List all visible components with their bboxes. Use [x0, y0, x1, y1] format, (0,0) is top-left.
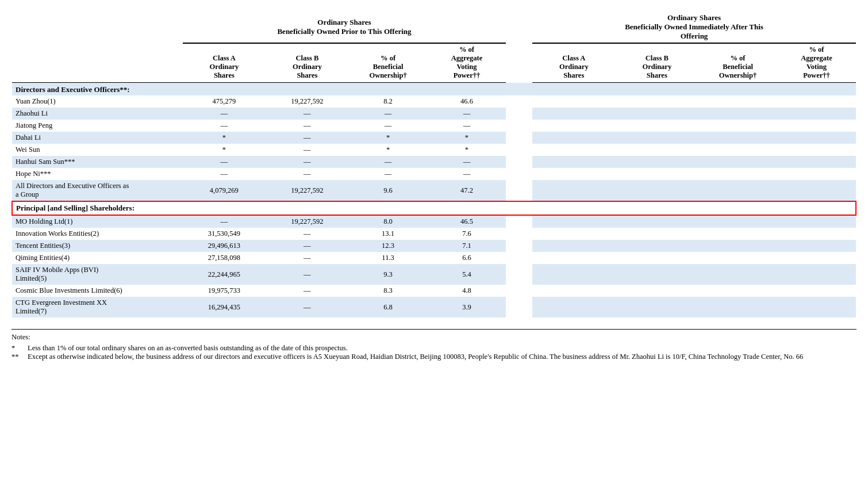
row-name: All Directors and Executive Officers asa… [12, 180, 183, 201]
gap-col [506, 168, 532, 180]
row-beneficial2 [698, 252, 777, 264]
row-class_b2 [616, 168, 699, 180]
row-aggregate2 [777, 168, 856, 180]
row-class_b: — [266, 240, 349, 252]
row-class_a: — [183, 215, 266, 228]
row-class_a: * [183, 132, 266, 144]
note-symbol: * [11, 344, 23, 353]
gap-col [506, 180, 532, 201]
gap-col [506, 132, 532, 144]
gap-col [506, 264, 532, 285]
table-row: Hanhui Sam Sun***———— [12, 156, 856, 168]
notes-section: Notes: *Less than 1% of our total ordina… [11, 329, 857, 361]
row-class_b: — [266, 108, 349, 120]
row-class_b: 19,227,592 [266, 95, 349, 108]
gap-col [506, 144, 532, 156]
row-class_a: 475,279 [183, 95, 266, 108]
row-aggregate: — [428, 156, 506, 168]
note-item: *Less than 1% of our total ordinary shar… [11, 344, 857, 353]
notes-title: Notes: [11, 333, 857, 342]
table-row: Wei Sun*—** [12, 144, 856, 156]
row-class_a: 29,496,613 [183, 240, 266, 252]
row-class_a2 [532, 108, 616, 120]
table-row: SAIF IV Mobile Apps (BVI)Limited(5)22,24… [12, 264, 856, 285]
row-class_a2 [532, 240, 616, 252]
row-class_b: 19,227,592 [266, 215, 349, 228]
row-class_a: — [183, 120, 266, 132]
row-name: Wei Sun [12, 144, 183, 156]
row-beneficial2 [698, 108, 777, 120]
note-text: Less than 1% of our total ordinary share… [28, 344, 348, 353]
row-beneficial: 12.3 [349, 240, 428, 252]
row-class_b2 [616, 215, 699, 228]
row-beneficial2 [698, 144, 777, 156]
row-aggregate: — [428, 120, 506, 132]
row-class_a: 19,975,733 [183, 285, 266, 297]
separator2 [506, 43, 532, 83]
note-item: **Except as otherwise indicated below, t… [11, 353, 857, 361]
gap-col [506, 240, 532, 252]
gap-col [506, 215, 532, 228]
row-beneficial: * [349, 144, 428, 156]
class-a2-header: Class AOrdinaryShares [532, 43, 616, 83]
row-beneficial: 8.3 [349, 285, 428, 297]
row-name: Hope Ni*** [12, 168, 183, 180]
row-aggregate2 [777, 297, 856, 317]
row-class_b2 [616, 252, 699, 264]
row-class_b2 [616, 180, 699, 201]
row-aggregate2 [777, 120, 856, 132]
row-aggregate2 [777, 108, 856, 120]
row-aggregate2 [777, 252, 856, 264]
table-row: Yuan Zhou(1)475,27919,227,5928.246.6 [12, 95, 856, 108]
row-beneficial: 13.1 [349, 228, 428, 240]
row-class_b2 [616, 156, 699, 168]
row-beneficial: 9.6 [349, 180, 428, 201]
row-beneficial2 [698, 95, 777, 108]
row-beneficial2 [698, 168, 777, 180]
class-b2-header: Class BOrdinaryShares [616, 43, 699, 83]
row-name: Tencent Entities(3) [12, 240, 183, 252]
row-class_a: 22,244,965 [183, 264, 266, 285]
row-class_b2 [616, 144, 699, 156]
gap-col [506, 95, 532, 108]
row-class_b: 19,227,592 [266, 180, 349, 201]
section-header-directors: Directors and Executive Officers**: [12, 83, 856, 96]
gap-col [506, 252, 532, 264]
row-aggregate: 5.4 [428, 264, 506, 285]
row-aggregate2 [777, 264, 856, 285]
row-class_b: — [266, 132, 349, 144]
row-beneficial: — [349, 156, 428, 168]
row-beneficial2 [698, 285, 777, 297]
row-aggregate: — [428, 168, 506, 180]
table-row: Qiming Entities(4)27,158,098—11.36.6 [12, 252, 856, 264]
table-row: Dahai Li*—** [12, 132, 856, 144]
section-header-shareholders: Principal [and Selling] Shareholders: [12, 201, 856, 215]
row-beneficial2 [698, 132, 777, 144]
row-aggregate: 7.1 [428, 240, 506, 252]
row-class_b: — [266, 156, 349, 168]
row-beneficial2 [698, 215, 777, 228]
row-aggregate: 46.5 [428, 215, 506, 228]
row-class_b2 [616, 95, 699, 108]
row-class_b: — [266, 264, 349, 285]
row-beneficial: * [349, 132, 428, 144]
table-row: Cosmic Blue Investments Limited(6)19,975… [12, 285, 856, 297]
row-name: Cosmic Blue Investments Limited(6) [12, 285, 183, 297]
row-aggregate2 [777, 180, 856, 201]
table-row: CTG Evergreen Investment XXLimited(7)16,… [12, 297, 856, 317]
row-class_a2 [532, 215, 616, 228]
row-class_a2 [532, 144, 616, 156]
row-name: Qiming Entities(4) [12, 252, 183, 264]
row-aggregate2 [777, 95, 856, 108]
row-class_b: — [266, 285, 349, 297]
empty-header [12, 12, 183, 43]
row-class_a2 [532, 120, 616, 132]
class-b-header: Class BOrdinaryShares [266, 43, 349, 83]
gap-col [506, 156, 532, 168]
table-row: Hope Ni***———— [12, 168, 856, 180]
row-aggregate: — [428, 108, 506, 120]
row-aggregate2 [777, 144, 856, 156]
row-name: Yuan Zhou(1) [12, 95, 183, 108]
row-class_a: * [183, 144, 266, 156]
row-class_a2 [532, 180, 616, 201]
